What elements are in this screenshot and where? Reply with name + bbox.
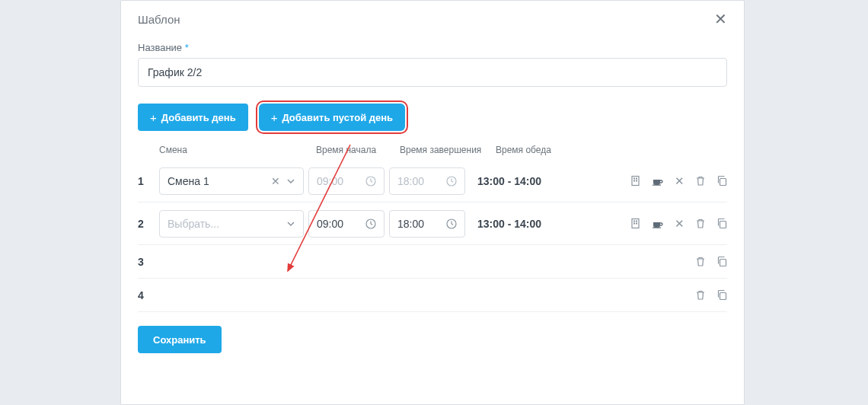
svg-rect-16 (653, 228, 661, 228)
row-index: 2 (138, 218, 159, 230)
row-index: 3 (138, 256, 159, 268)
day-row: 2 Выбрать... 09:00 18:00 13:00 - 14:00 (138, 202, 727, 245)
col-lunch: Время обеда (496, 145, 602, 155)
day-row: 1 Смена 1 ✕ 09:00 18:00 13:00 - 1 (138, 160, 727, 202)
svg-rect-8 (720, 179, 726, 186)
chevron-down-icon (286, 177, 295, 186)
end-time-input[interactable]: 18:00 (389, 210, 465, 238)
modal-body: Название * + Добавить день + Добавить пу… (121, 34, 744, 404)
svg-rect-17 (720, 222, 726, 228)
trash-icon[interactable] (695, 256, 706, 267)
clock-icon (365, 176, 376, 187)
clock-icon (446, 176, 457, 187)
row-index: 4 (138, 289, 159, 301)
coffee-icon[interactable] (652, 218, 664, 229)
building-icon[interactable] (630, 218, 641, 229)
plus-icon: + (150, 111, 157, 124)
svg-rect-14 (633, 223, 635, 225)
close-icon[interactable]: ✕ (714, 11, 727, 27)
plus-icon: + (271, 111, 278, 124)
clock-icon (446, 218, 457, 229)
clock-icon (365, 218, 376, 229)
save-button[interactable]: Сохранить (138, 326, 222, 353)
shift-value: Выбрать... (168, 218, 219, 230)
trash-icon[interactable] (695, 218, 706, 229)
day-row-empty: 3 (138, 245, 727, 279)
svg-rect-5 (633, 180, 635, 182)
trash-icon[interactable] (695, 175, 706, 187)
end-value: 18:00 (397, 218, 424, 230)
button-row: + Добавить день + Добавить пустой день (138, 104, 727, 131)
row-actions (695, 256, 727, 267)
svg-rect-11 (632, 219, 639, 228)
building-icon[interactable] (630, 175, 641, 187)
row-actions (695, 289, 727, 301)
modal-title: Шаблон (138, 13, 180, 26)
shift-select[interactable]: Смена 1 ✕ (159, 167, 304, 195)
col-end: Время завершения (400, 145, 483, 155)
copy-icon[interactable] (716, 218, 727, 229)
svg-rect-18 (720, 260, 726, 266)
add-empty-day-button[interactable]: + Добавить пустой день (259, 104, 405, 131)
shift-select[interactable]: Выбрать... (159, 210, 304, 238)
add-day-button[interactable]: + Добавить день (138, 104, 248, 131)
row-index: 1 (138, 175, 159, 187)
svg-rect-15 (636, 223, 637, 225)
row-actions: ✕ (630, 174, 727, 188)
copy-icon[interactable] (716, 289, 727, 301)
svg-rect-4 (636, 178, 637, 180)
modal-header: Шаблон ✕ (121, 1, 744, 34)
shift-value: Смена 1 (168, 175, 209, 187)
row-actions: ✕ (630, 217, 727, 231)
day-row-empty: 4 (138, 279, 727, 312)
remove-icon[interactable]: ✕ (675, 217, 685, 231)
lunch-value: 13:00 - 14:00 (477, 218, 569, 230)
copy-icon[interactable] (716, 175, 727, 187)
name-label: Название * (138, 42, 727, 53)
start-time-input[interactable]: 09:00 (308, 210, 385, 238)
copy-icon[interactable] (716, 256, 727, 267)
name-label-text: Название (138, 42, 182, 53)
svg-rect-7 (653, 185, 661, 186)
svg-rect-19 (720, 293, 726, 300)
svg-rect-2 (632, 177, 639, 186)
end-value: 18:00 (397, 175, 424, 187)
template-modal: Шаблон ✕ Название * + Добавить день + До… (120, 0, 745, 405)
add-empty-day-label: Добавить пустой день (282, 112, 393, 123)
coffee-icon[interactable] (652, 175, 664, 187)
col-start: Время начала (316, 145, 400, 155)
start-time-input[interactable]: 09:00 (308, 167, 385, 195)
name-input[interactable] (138, 58, 727, 87)
svg-rect-13 (636, 221, 637, 222)
trash-icon[interactable] (695, 289, 706, 301)
svg-rect-6 (636, 180, 637, 182)
clear-icon[interactable]: ✕ (271, 175, 280, 187)
start-value: 09:00 (317, 175, 343, 187)
lunch-value: 13:00 - 14:00 (477, 175, 569, 187)
chevron-down-icon (286, 219, 295, 228)
remove-icon[interactable]: ✕ (675, 174, 685, 188)
svg-rect-3 (633, 178, 635, 180)
required-asterisk: * (185, 42, 189, 53)
columns-header: Смена Время начала Время завершения Врем… (138, 145, 727, 160)
col-shift: Смена (159, 145, 311, 155)
add-day-label: Добавить день (161, 112, 236, 123)
end-time-input[interactable]: 18:00 (389, 167, 465, 195)
svg-rect-12 (633, 221, 635, 222)
start-value: 09:00 (317, 218, 343, 230)
